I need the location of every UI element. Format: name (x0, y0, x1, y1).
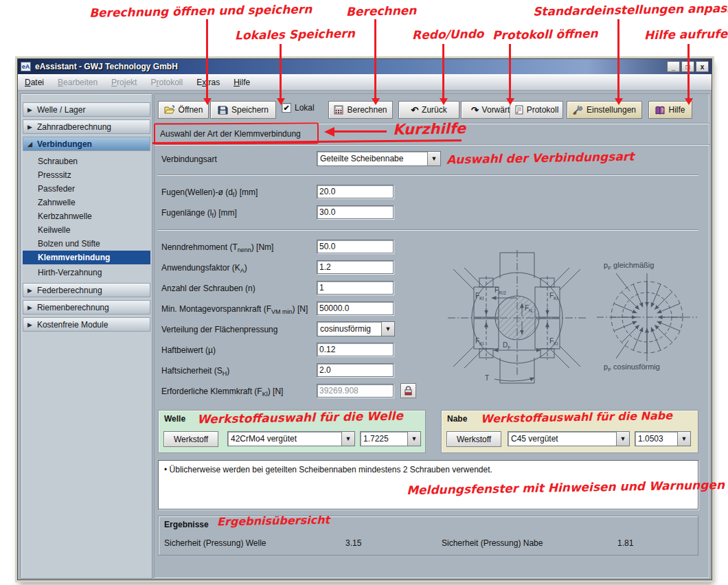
screw-count-label: Anzahl der Schrauben (n) (161, 284, 255, 293)
connection-type-label: Verbindungsart (161, 154, 217, 164)
open-button[interactable]: Öffnen (158, 101, 209, 119)
pressure-distribution-dropdown[interactable]: cosinusförmig ▼ (317, 321, 395, 336)
shaft-panel-title: Welle (164, 414, 185, 424)
save-button[interactable]: Speichern (210, 101, 276, 119)
safety-factor-input[interactable] (317, 363, 394, 377)
dropdown-arrow-icon[interactable]: ▼ (381, 322, 394, 336)
dropdown-arrow-icon[interactable]: ▼ (616, 432, 629, 446)
joint-diameter-input[interactable] (317, 185, 394, 198)
protocol-button[interactable]: Protokoll (510, 101, 563, 119)
sidebar-item-presssitz[interactable]: Presssitz (23, 168, 150, 182)
svg-text:FKl: FKl (549, 337, 558, 346)
svg-text:pF gleichmäßig: pF gleichmäßig (604, 261, 654, 271)
calculate-button[interactable]: Berechnen (328, 101, 393, 119)
maximize-button[interactable]: □ (681, 61, 694, 72)
shaft-material-button[interactable]: Werkstoff (163, 431, 218, 447)
title-bar[interactable]: eA eAssistant - GWJ Technology GmbH _ □ … (18, 59, 712, 74)
svg-text:DF: DF (503, 341, 511, 350)
app-icon: eA (21, 62, 31, 71)
window-title: eAssistant - GWJ Technology GmbH (35, 62, 178, 71)
local-checkbox[interactable]: ✔ (282, 103, 291, 113)
clamp-force-label: Erforderliche Klemmkraft (FKl) [N] (161, 387, 283, 398)
menu-extras[interactable]: Extras (190, 74, 227, 90)
nominal-torque-input[interactable] (317, 240, 394, 253)
sidebar-section-zahnradberechnung[interactable]: ▶ Zahnradberechnung (23, 119, 150, 134)
message-text: • Üblicherweise werden bei geteilten Sch… (164, 465, 492, 474)
sidebar-item-bolzen-und-stifte[interactable]: Bolzen und Stifte (23, 237, 150, 251)
floppy-disk-icon (218, 105, 228, 115)
local-checkbox-label: Lokal (295, 103, 315, 113)
calculator-icon (334, 105, 343, 115)
shaft-material-number-dropdown[interactable]: 1.7225 ▼ (360, 431, 421, 446)
dropdown-arrow-icon[interactable]: ▼ (407, 432, 420, 446)
joint-length-input[interactable] (317, 205, 394, 219)
friction-coefficient-input[interactable] (317, 343, 394, 356)
close-button[interactable]: x (696, 61, 709, 72)
safety-factor-label: Haftsicherheit (SH) (161, 366, 229, 377)
menu-bearbeiten[interactable]: Bearbeiten (51, 74, 104, 90)
sidebar-item-passfeder[interactable]: Passfeder (23, 182, 150, 196)
local-checkbox-row: ✔ Lokal (282, 103, 315, 113)
sidebar-item-zahnwelle[interactable]: Zahnwelle (23, 196, 150, 209)
sidebar-item-kerbzahnwelle[interactable]: Kerbzahnwelle (23, 209, 150, 223)
message-window: • Üblicherweise werden bei geteilten Sch… (158, 460, 698, 509)
hub-material-dropdown[interactable]: C45 vergütet ▼ (508, 431, 630, 446)
menu-projekt[interactable]: Projekt (104, 74, 144, 90)
svg-text:FR/2: FR/2 (494, 286, 506, 295)
application-factor-label: Anwendungsfaktor (KA) (161, 263, 247, 274)
hub-material-number-dropdown[interactable]: 1.0503 ▼ (635, 431, 691, 446)
screw-count-input[interactable] (317, 281, 394, 295)
hub-material-panel: Nabe Werkstoff C45 vergütet ▼ 1.0503 ▼ (441, 410, 698, 453)
svg-text:FKl: FKl (475, 292, 484, 301)
annotation-help: Hilfe aufrufen (644, 27, 728, 42)
nominal-torque-label: Nenndrehmoment (Tnenn) [Nm] (161, 242, 273, 253)
pressure-distribution-label: Verteilung der Flächenpressung (161, 325, 277, 334)
chevron-right-icon: ▶ (27, 321, 32, 328)
sidebar-section-welle-lager[interactable]: ▶ Welle / Lager (23, 102, 150, 117)
chevron-right-icon: ▶ (27, 287, 32, 294)
application-factor-input[interactable] (317, 260, 394, 274)
hub-material-button[interactable]: Werkstoff (446, 431, 501, 447)
pressure-distribution-diagram: pF gleichmäßig pF cosinusförmig (595, 257, 698, 374)
lock-icon (404, 386, 413, 395)
svg-text:T: T (485, 374, 489, 382)
redo-arrow-icon: ↷ (471, 106, 479, 115)
sidebar-section-kostenfreie-module[interactable]: ▶ Kostenfreie Module (23, 317, 150, 332)
preload-force-input[interactable] (317, 301, 394, 315)
sidebar-item-klemmverbindung[interactable]: Klemmverbindung (23, 251, 150, 264)
dropdown-arrow-icon[interactable]: ▼ (677, 432, 690, 446)
shaft-material-dropdown[interactable]: 42CrMo4 vergütet ▼ (227, 431, 355, 446)
result-value-shaft: 3.15 (345, 538, 361, 548)
clamp-force-output (317, 384, 394, 398)
connection-type-dropdown[interactable]: Geteilte Scheibennabe ▼ (317, 151, 441, 166)
svg-text:pF cosinusförmig: pF cosinusförmig (604, 363, 660, 373)
tools-icon (573, 105, 583, 115)
separator (157, 174, 698, 176)
minimize-button[interactable]: _ (667, 61, 680, 72)
sidebar-item-keilwelle[interactable]: Keilwelle (23, 223, 150, 237)
help-button[interactable]: ? Hilfe (648, 101, 692, 119)
results-panel: Ergebnisse Sicherheit (Pressung) Welle 3… (158, 516, 698, 555)
menu-hilfe[interactable]: Hilfe (227, 74, 257, 90)
friction-coefficient-label: Haftbeiwert (µ) (161, 345, 216, 355)
menu-protokoll[interactable]: Protokoll (144, 74, 190, 90)
dropdown-arrow-icon[interactable]: ▼ (427, 152, 440, 165)
sidebar-section-verbindungen[interactable]: ◢ Verbindungen (23, 137, 150, 151)
settings-button[interactable]: Einstellungen (567, 101, 642, 119)
sidebar-item-schrauben[interactable]: Schrauben (23, 154, 150, 168)
document-icon (514, 105, 523, 115)
sidebar-section-riemenberechnung[interactable]: ▶ Riemenberechnung (23, 300, 150, 314)
annotation-settings: Standardeinstellungen anpassen (533, 1, 728, 19)
dropdown-arrow-icon[interactable]: ▼ (341, 432, 354, 446)
undo-button[interactable]: ↶ Zurück (398, 101, 459, 119)
annotation-open-save: Berechnung öffnen und speichern (89, 2, 312, 20)
sidebar-item-hirth-verzahnung[interactable]: Hirth-Verzahnung (23, 266, 150, 279)
menu-datei[interactable]: Datei (18, 74, 51, 90)
joint-length-label: Fugenlänge (lf) [mm] (161, 208, 237, 219)
help-book-icon: ? (655, 106, 665, 115)
lock-button[interactable] (400, 383, 416, 398)
clamp-connection-diagram: FR/2 FN FKl FKl FKl FKl DF T (446, 247, 587, 388)
sidebar-section-federberechnung[interactable]: ▶ Federberechnung (23, 283, 150, 297)
chevron-down-icon: ◢ (27, 141, 32, 148)
svg-text:FKl: FKl (475, 337, 484, 346)
